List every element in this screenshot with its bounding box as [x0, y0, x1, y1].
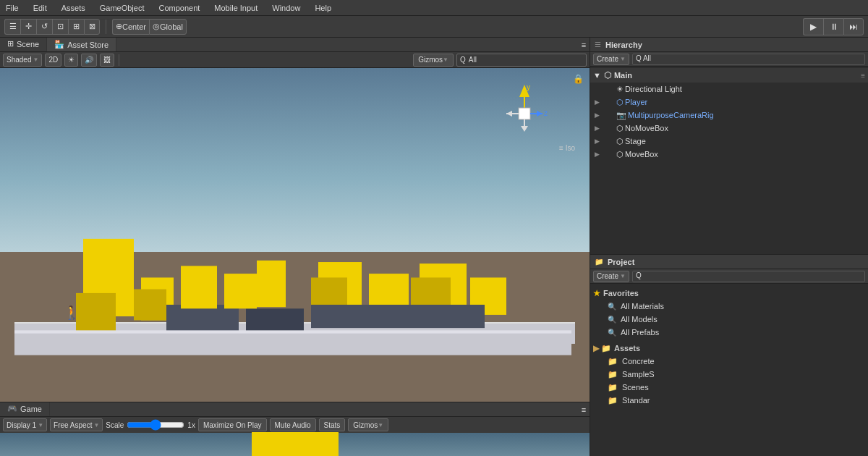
- hierarchy-item-directionallight[interactable]: ☀ Directional Light: [590, 83, 868, 96]
- platform-top: [14, 330, 571, 333]
- assets-header[interactable]: ▶ 📁 Assets: [593, 342, 865, 355]
- scene-view: 🚶 y z: [0, 68, 590, 402]
- menu-edit[interactable]: Edit: [30, 2, 50, 14]
- toolbar: ☰ ✛ ↺ ⊡ ⊞ ⊠ ⊕ Center ◎ Global ▶ ⏸ ⏭: [0, 16, 868, 38]
- scene-tab-label: Scene: [17, 40, 39, 48]
- search-label: All: [469, 56, 477, 64]
- hierarchy-item-player[interactable]: ▶ ⬡ Player: [590, 96, 868, 109]
- image-button[interactable]: 🖼: [100, 54, 114, 67]
- menu-file[interactable]: File: [3, 2, 22, 14]
- project-item-allprefabs[interactable]: 🔍 All Prefabs: [593, 326, 865, 339]
- project-search-box[interactable]: Q: [632, 271, 865, 282]
- rotate-tool[interactable]: ↺: [36, 19, 52, 35]
- rect-tool[interactable]: ⊞: [68, 19, 84, 35]
- tab-game[interactable]: 🎮 Game: [0, 402, 50, 416]
- dark-block-3: [311, 305, 485, 328]
- concrete-label: Concrete: [622, 357, 655, 366]
- global-label: Global: [160, 22, 183, 31]
- project-item-allmodels[interactable]: 🔍 All Models: [593, 313, 865, 326]
- project-item-scenes[interactable]: 📁 Scenes: [593, 381, 865, 394]
- create-chevron-icon: ▼: [620, 56, 626, 62]
- hand-tool[interactable]: ☰: [4, 19, 20, 35]
- project-item-standard[interactable]: 📁 Standar: [593, 394, 865, 407]
- mute-audio-button[interactable]: Mute Audio: [270, 418, 316, 431]
- tool-group: ☰ ✛ ↺ ⊡ ⊞ ⊠: [4, 19, 100, 35]
- display-chevron-icon: ▼: [38, 422, 43, 428]
- 2d-button[interactable]: 2D: [45, 54, 61, 67]
- scene-tab-menu[interactable]: ≡: [578, 38, 590, 51]
- box-3: [181, 266, 217, 308]
- favorites-header[interactable]: ★ Favorites: [593, 287, 865, 300]
- scenes-folder-icon: 📁: [608, 383, 618, 392]
- play-controls: ▶ ⏸ ⏭: [803, 18, 864, 35]
- transform-tool[interactable]: ⊠: [84, 19, 100, 35]
- project-item-concrete[interactable]: 📁 Concrete: [593, 355, 865, 368]
- assets-label: Assets: [614, 344, 640, 352]
- project-item-samples[interactable]: 📁 SampleS: [593, 368, 865, 381]
- nmb-icon: ⬡: [616, 124, 624, 133]
- materials-search-icon: 🔍: [608, 303, 616, 311]
- menu-assets[interactable]: Assets: [59, 2, 88, 14]
- gizmos-button[interactable]: Gizmos ▼: [413, 54, 454, 67]
- scale-tool[interactable]: ⊡: [52, 19, 68, 35]
- stats-button[interactable]: Stats: [319, 418, 346, 431]
- mb-expand-arrow: ▶: [595, 151, 602, 158]
- menu-mobileinput[interactable]: Mobile Input: [211, 2, 260, 14]
- step-button[interactable]: ⏭: [843, 18, 864, 35]
- hierarchy-item-cameraring[interactable]: ▶ 📷 MultipurposeCameraRig: [590, 109, 868, 122]
- project-item-allmaterials[interactable]: 🔍 All Materials: [593, 300, 865, 313]
- menu-window[interactable]: Window: [269, 2, 303, 14]
- hierarchy-create-button[interactable]: Create ▼: [593, 54, 629, 65]
- player-label: Player: [625, 98, 647, 106]
- scale-slider[interactable]: [127, 421, 184, 429]
- sun-button[interactable]: ☀: [64, 54, 78, 67]
- play-button[interactable]: ▶: [803, 18, 823, 35]
- nmb-expand-arrow: ▶: [595, 124, 602, 132]
- hierarchy-menu-button[interactable]: ≡: [861, 72, 865, 80]
- game-tab-menu[interactable]: ≡: [578, 402, 590, 416]
- hierarchy-content: ▼ ⬡ Main ≡ ☀ Directional Light ▶ ⬡: [590, 67, 868, 254]
- move-tool[interactable]: ✛: [20, 19, 36, 35]
- hierarchy-search-box[interactable]: Q All: [632, 54, 865, 65]
- hierarchy-header: ☰ Hierarchy: [590, 38, 868, 52]
- global-button[interactable]: ◎ Global: [149, 19, 187, 35]
- project-icon: 📁: [595, 258, 603, 266]
- center-button[interactable]: ⊕ Center: [112, 19, 149, 35]
- cam-icon: 📷: [616, 111, 626, 120]
- scene-tab-bar: ⊞ Scene 🏪 Asset Store ≡: [0, 38, 590, 52]
- scene-search-box: Q All: [456, 54, 587, 67]
- stage-icon: ⬡: [616, 137, 624, 146]
- maximize-on-play-button[interactable]: Maximize On Play: [198, 418, 267, 431]
- pause-button[interactable]: ⏸: [823, 18, 843, 35]
- display-dropdown[interactable]: Display 1 ▼: [3, 418, 47, 431]
- hierarchy-item-nomovebox[interactable]: ▶ ⬡ NoMoveBox: [590, 122, 868, 135]
- favorites-label: Favorites: [603, 289, 639, 297]
- hierarchy-item-movebox[interactable]: ▶ ⬡ MoveBox: [590, 148, 868, 161]
- samples-label: SampleS: [622, 370, 655, 379]
- tab-scene[interactable]: ⊞ Scene: [0, 38, 47, 51]
- main-expand-arrow: ▼: [593, 71, 601, 80]
- prefabs-search-icon: 🔍: [608, 329, 616, 337]
- project-create-button[interactable]: Create ▼: [593, 271, 629, 282]
- menu-help[interactable]: Help: [312, 2, 334, 14]
- allprefabs-label: All Prefabs: [621, 328, 659, 337]
- asset-store-tab-label: Asset Store: [67, 41, 109, 49]
- game-tab-label: Game: [20, 405, 42, 413]
- menu-component[interactable]: Component: [156, 2, 203, 14]
- game-gizmos-button[interactable]: Gizmos ▼: [348, 418, 388, 431]
- tab-asset-store[interactable]: 🏪 Asset Store: [47, 38, 116, 51]
- speaker-button[interactable]: 🔊: [81, 54, 97, 67]
- scene-toolbar: Shaded ▼ 2D ☀ 🔊 🖼 Gizmos ▼ Q All: [0, 52, 590, 68]
- game-tab-bar: 🎮 Game ≡: [0, 402, 590, 417]
- left-panel: ⊞ Scene 🏪 Asset Store ≡ Shaded ▼ 2D ☀ 🔊 …: [0, 38, 590, 456]
- hier-search-prefix: Q: [636, 54, 642, 62]
- menu-gameobject[interactable]: GameObject: [97, 2, 148, 14]
- scenes-label: Scenes: [622, 383, 649, 392]
- hierarchy-item-stage[interactable]: ▶ ⬡ Stage: [590, 135, 868, 148]
- hierarchy-item-main[interactable]: ▼ ⬡ Main ≡: [590, 68, 868, 83]
- aspect-dropdown[interactable]: Free Aspect ▼: [50, 418, 103, 431]
- center-cube: [519, 108, 530, 119]
- nmb-label: NoMoveBox: [625, 124, 668, 132]
- hierarchy-toolbar: Create ▼ Q All: [590, 52, 868, 67]
- shaded-dropdown[interactable]: Shaded ▼: [3, 54, 42, 67]
